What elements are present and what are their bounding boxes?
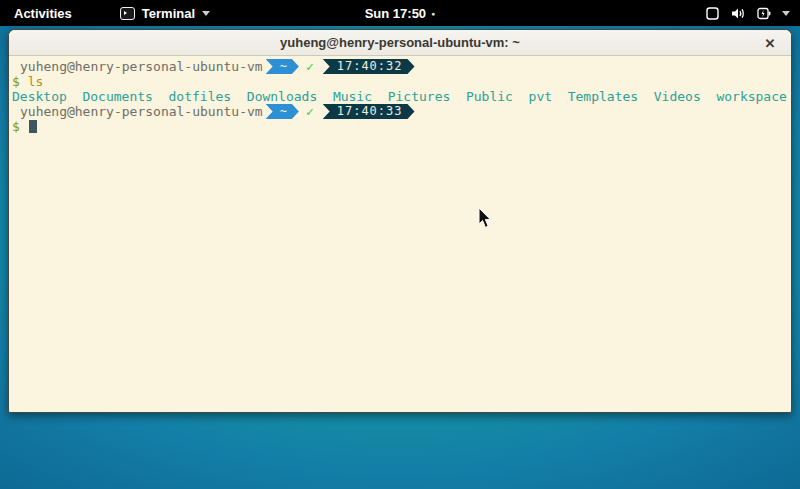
volume-icon xyxy=(730,6,746,21)
notification-dot-icon: ● xyxy=(431,10,435,17)
command-text: ls xyxy=(28,74,44,89)
prompt-symbol: $ xyxy=(12,74,20,89)
prompt-line: yuheng@henry-personal-ubuntu-vm ~ ✓ 17:4… xyxy=(12,59,789,74)
prompt-path-segment: ~ xyxy=(266,104,299,119)
window-titlebar[interactable]: yuheng@henry-personal-ubuntu-vm: ~ ✕ xyxy=(9,30,791,56)
terminal-content[interactable]: yuheng@henry-personal-ubuntu-vm ~ ✓ 17:4… xyxy=(9,56,791,413)
clock-label: Sun 17:50 xyxy=(365,6,426,21)
app-menu-label: Terminal xyxy=(142,6,195,21)
desktop: { "top_bar": { "activities_label": "Acti… xyxy=(0,0,800,489)
status-check-icon: ✓ xyxy=(306,59,314,74)
chevron-down-icon xyxy=(782,11,790,16)
system-status-menu[interactable] xyxy=(705,0,800,26)
command-line: $ ls xyxy=(12,74,789,89)
terminal-app-icon xyxy=(120,7,135,20)
prompt-path-segment: ~ xyxy=(266,59,299,74)
activities-button[interactable]: Activities xyxy=(0,0,86,26)
prompt-line: yuheng@henry-personal-ubuntu-vm ~ ✓ 17:4… xyxy=(12,104,789,119)
prompt-symbol: $ xyxy=(12,119,20,134)
close-button[interactable]: ✕ xyxy=(757,30,783,56)
text-cursor-block xyxy=(29,120,37,133)
prompt-time-segment: 17:40:33 xyxy=(323,104,415,119)
top-bar: Activities Terminal Sun 17:50 ● xyxy=(0,0,800,26)
input-line: $ xyxy=(12,119,789,134)
screen-icon xyxy=(705,6,720,21)
activities-label: Activities xyxy=(14,6,72,21)
directory-listing: Desktop Documents dotfiles Downloads Mus… xyxy=(12,89,787,104)
prompt-user-host: yuheng@henry-personal-ubuntu-vm xyxy=(20,59,263,74)
terminal-window: yuheng@henry-personal-ubuntu-vm: ~ ✕ yuh… xyxy=(8,29,792,413)
window-title: yuheng@henry-personal-ubuntu-vm: ~ xyxy=(280,35,520,50)
battery-charging-icon xyxy=(756,6,772,21)
app-menu-terminal[interactable]: Terminal xyxy=(114,0,216,26)
ls-output-line: Desktop Documents dotfiles Downloads Mus… xyxy=(12,89,789,104)
prompt-user-host: yuheng@henry-personal-ubuntu-vm xyxy=(20,104,263,119)
prompt-time-segment: 17:40:32 xyxy=(323,59,415,74)
status-check-icon: ✓ xyxy=(306,104,314,119)
chevron-down-icon xyxy=(202,11,210,16)
